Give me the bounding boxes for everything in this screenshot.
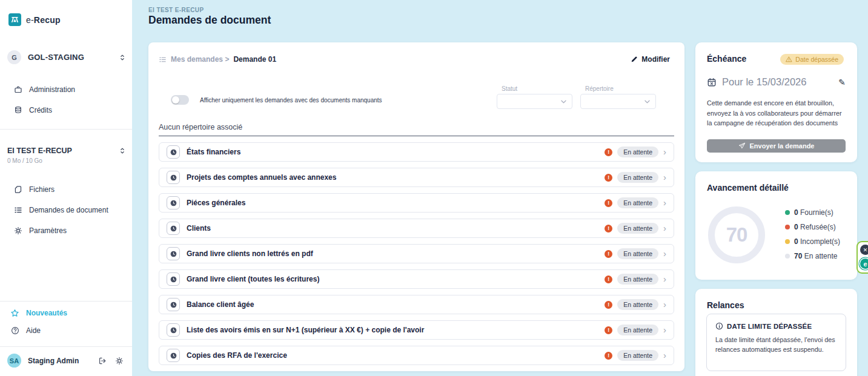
gear-icon: [14, 226, 22, 235]
pencil-icon: [631, 56, 638, 63]
sidebar-item-aide[interactable]: Aide: [0, 325, 132, 337]
org-switcher[interactable]: G GOL-STAGING: [7, 50, 126, 64]
sidebar-item-label: Nouveautés: [26, 309, 67, 317]
document-request-row[interactable]: Grand livre clients non lettrés en pdf !…: [159, 244, 674, 263]
logout-icon[interactable]: [98, 357, 107, 365]
legend-item: 0 Fournie(s): [785, 208, 840, 217]
clock-icon: [167, 349, 180, 362]
missing-docs-toggle-label: Afficher uniquement les demandes avec de…: [200, 97, 382, 104]
status-badge: En attente: [617, 147, 658, 157]
clock-icon: [167, 247, 180, 260]
storage-usage: 0 Mo / 10 Go: [7, 157, 42, 164]
chevron-right-icon[interactable]: ›: [663, 147, 666, 157]
chevron-down-icon: [561, 100, 566, 104]
user-row: SA Staging Admin: [7, 354, 124, 368]
chevron-right-icon[interactable]: ›: [663, 223, 666, 234]
chevron-right-icon[interactable]: ›: [663, 325, 666, 335]
app-logo-icon: [8, 13, 21, 26]
close-icon[interactable]: ✕: [860, 245, 868, 255]
page-title: Demandes de document: [148, 14, 271, 27]
user-avatar: SA: [7, 354, 21, 368]
chevron-right-icon[interactable]: ›: [663, 173, 666, 183]
document-request-title: Grand livre client (toutes les écritures…: [187, 275, 319, 283]
files-icon: [14, 185, 22, 194]
breadcrumb: Mes demandes > Demande 01: [159, 55, 276, 64]
chevron-down-icon: [644, 100, 650, 104]
relances-card: Relances DATE LIMITE DÉPASSÉE La date li…: [695, 289, 857, 376]
legend-dot: [785, 239, 790, 244]
app-logo[interactable]: e-Recup: [8, 13, 61, 26]
legend-dot: [785, 225, 790, 229]
status-badge: En attente: [617, 325, 658, 335]
document-request-row[interactable]: Liste des avoirs émis en sur N+1 (supéri…: [159, 320, 674, 340]
chevron-updown-icon: [119, 147, 126, 155]
repertoire-filter-label: Répertoire: [580, 85, 656, 92]
document-request-row[interactable]: Balance client âgée ! En attente ›: [159, 295, 674, 314]
sidebar-item-fichiers[interactable]: Fichiers: [0, 183, 132, 196]
clock-icon: [167, 145, 180, 159]
chevron-right-icon[interactable]: ›: [663, 300, 666, 310]
extension-logo-icon[interactable]: e: [860, 259, 868, 269]
legend-item: 70 En attente: [785, 252, 840, 260]
sidebar-item-demandes[interactable]: Demandes de document: [0, 204, 132, 216]
send-request-button[interactable]: Envoyer la demande: [707, 139, 846, 153]
sidebar-item-parametres[interactable]: Paramètres: [0, 225, 132, 237]
date-overdue-badge: Date dépassée: [780, 54, 844, 65]
divider: [0, 301, 132, 302]
org-avatar: G: [7, 50, 21, 64]
alert-icon: !: [605, 148, 612, 156]
alert-icon: !: [605, 326, 612, 334]
sidebar-item-label: Crédits: [29, 106, 52, 114]
request-detail-card: Mes demandes > Demande 01 Modifier Affic…: [148, 42, 684, 371]
document-request-row[interactable]: Clients ! En attente ›: [159, 219, 674, 238]
document-request-title: Copies des RFA de l'exercice: [187, 351, 287, 360]
document-request-title: États financiers: [187, 148, 240, 156]
sidebar-item-label: Paramètres: [29, 226, 67, 235]
sidebar-item-administration[interactable]: Administration: [0, 84, 132, 96]
status-badge: En attente: [617, 197, 658, 208]
sidebar-item-label: Aide: [26, 326, 41, 335]
document-request-row[interactable]: États financiers ! En attente ›: [159, 142, 674, 162]
breadcrumb-parent[interactable]: Mes demandes >: [171, 55, 229, 64]
statut-select[interactable]: [497, 94, 572, 109]
document-request-title: Grand livre clients non lettrés en pdf: [187, 249, 313, 258]
document-request-row[interactable]: Projets des comptes annuels avec annexes…: [159, 168, 674, 187]
sidebar-item-credits[interactable]: Crédits: [0, 104, 132, 116]
sidebar-item-label: Demandes de document: [29, 206, 108, 214]
echeance-title: Échéance: [707, 54, 746, 64]
status-badge: En attente: [617, 223, 658, 234]
chevron-right-icon[interactable]: ›: [663, 274, 666, 285]
document-request-row[interactable]: Copies des RFA de l'exercice ! En attent…: [159, 346, 674, 365]
list-icon: [159, 56, 167, 64]
status-badge: En attente: [617, 248, 658, 259]
status-badge: En attente: [617, 299, 658, 310]
star-icon: [10, 309, 19, 318]
legend-dot: [785, 254, 790, 259]
relances-alert-box: DATE LIMITE DÉPASSÉE La date limite étan…: [706, 314, 846, 371]
chevron-right-icon[interactable]: ›: [663, 249, 666, 259]
document-request-row[interactable]: Grand livre client (toutes les écritures…: [159, 269, 674, 289]
modify-button[interactable]: Modifier: [631, 55, 670, 64]
chevron-right-icon[interactable]: ›: [663, 198, 666, 208]
clock-icon: [167, 272, 180, 286]
workspace-switcher[interactable]: EI TEST E-RECUP: [7, 147, 126, 155]
repertoire-select[interactable]: [580, 94, 656, 109]
clock-icon: [167, 171, 180, 184]
sidebar-item-nouveautes[interactable]: Nouveautés: [0, 307, 132, 319]
warning-triangle-icon: [786, 56, 792, 62]
chevron-right-icon[interactable]: ›: [663, 351, 666, 361]
missing-docs-toggle[interactable]: [171, 95, 189, 105]
clock-icon: [167, 196, 180, 209]
edit-date-pencil-icon[interactable]: ✎: [838, 78, 846, 87]
list-icon: [14, 206, 22, 214]
document-list: États financiers ! En attente › Projets …: [159, 142, 674, 371]
avancement-title: Avancement détaillé: [707, 183, 789, 193]
user-settings-gear-icon[interactable]: [115, 357, 124, 365]
clock-icon: [167, 323, 180, 337]
alert-icon: !: [605, 250, 612, 258]
alert-icon: !: [605, 301, 612, 309]
draft-description: Cette demande est encore en état brouill…: [707, 98, 847, 128]
app-logo-text: e-Recup: [26, 15, 61, 25]
document-request-row[interactable]: Piéces générales ! En attente ›: [159, 193, 674, 213]
echeance-card: Échéance Date dépassée Pour le 15/03/202…: [695, 42, 857, 162]
